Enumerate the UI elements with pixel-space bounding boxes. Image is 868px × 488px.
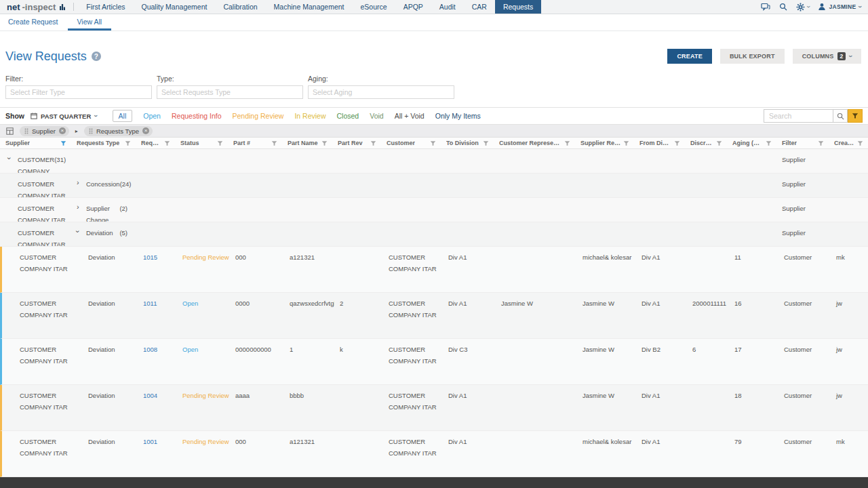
drag-handle-icon[interactable] bbox=[89, 128, 93, 134]
nav-item-audit[interactable]: Audit bbox=[431, 0, 464, 14]
column-header-filter[interactable]: Filter bbox=[776, 138, 829, 148]
table-row[interactable]: CUSTOMER COMPANY ITARDeviation1008Open00… bbox=[0, 339, 868, 385]
column-filter-icon[interactable] bbox=[321, 140, 328, 146]
table-row[interactable]: CUSTOMER COMPANY ITARDeviation1011Open00… bbox=[0, 293, 868, 339]
column-filter-icon[interactable] bbox=[164, 140, 170, 146]
status-filter-in-review[interactable]: In Review bbox=[294, 112, 326, 120]
status-filter-all-void[interactable]: All + Void bbox=[395, 112, 425, 120]
filter-input-aging[interactable] bbox=[308, 85, 454, 99]
table-group-row[interactable]: CUSTOMER COMPANY ITAR›Supplier Change Re… bbox=[0, 198, 868, 222]
status-filter-closed[interactable]: Closed bbox=[337, 112, 359, 120]
column-header-part[interactable]: Part # bbox=[228, 138, 282, 148]
search-input[interactable] bbox=[764, 109, 833, 123]
chevron-down-icon[interactable]: › bbox=[5, 157, 13, 160]
drag-handle-icon[interactable] bbox=[24, 128, 28, 134]
column-filter-icon[interactable] bbox=[271, 140, 277, 146]
title-actions: CREATE BULK EXPORT COLUMNS 2 › bbox=[667, 49, 861, 64]
cell-empty bbox=[332, 174, 381, 197]
column-header-status[interactable]: Status bbox=[175, 138, 228, 148]
group-chip-requests-type[interactable]: Requests Type× bbox=[84, 126, 153, 136]
bulk-export-button[interactable]: BULK EXPORT bbox=[720, 49, 785, 64]
nav-item-esource[interactable]: eSource bbox=[353, 0, 395, 14]
request-number-link[interactable]: 1015 bbox=[143, 253, 157, 261]
group-chip-supplier[interactable]: Supplier× bbox=[20, 126, 69, 136]
nav-item-car[interactable]: CAR bbox=[464, 0, 495, 14]
column-filter-icon[interactable] bbox=[564, 140, 570, 146]
create-button[interactable]: CREATE bbox=[667, 49, 712, 64]
column-filter-icon[interactable] bbox=[217, 140, 223, 146]
column-header-to-division[interactable]: To Division bbox=[441, 138, 494, 148]
user-menu[interactable]: JASMINE › bbox=[818, 3, 861, 11]
cell-empty bbox=[282, 222, 332, 246]
table-row[interactable]: CUSTOMER COMPANY ITARDeviation1004Pendin… bbox=[0, 385, 868, 431]
messages-icon[interactable] bbox=[761, 3, 770, 11]
status-text: Open bbox=[182, 346, 198, 353]
help-icon[interactable]: ? bbox=[92, 52, 101, 61]
cell-empty bbox=[228, 222, 282, 246]
request-number-link[interactable]: 1004 bbox=[143, 392, 157, 399]
table-group-row[interactable]: CUSTOMER COMPANY ITAR›Concession(24)Supp… bbox=[0, 174, 868, 198]
table-row[interactable]: CUSTOMER COMPANY ITARDeviation1001Pendin… bbox=[0, 431, 868, 477]
column-filter-icon[interactable] bbox=[818, 140, 824, 146]
request-number-link[interactable]: 1008 bbox=[143, 346, 157, 353]
column-header-discrepant[interactable]: Discrepant ... bbox=[685, 138, 727, 148]
search-button[interactable] bbox=[833, 109, 848, 123]
column-header-part-name[interactable]: Part Name bbox=[282, 138, 332, 148]
column-header-created-by-u[interactable]: Created By U... bbox=[829, 138, 868, 148]
search-icon[interactable] bbox=[779, 3, 787, 11]
chevron-right-icon[interactable]: › bbox=[77, 179, 79, 186]
columns-button[interactable]: COLUMNS 2 › bbox=[793, 49, 861, 64]
column-header-from-division[interactable]: From Division bbox=[634, 138, 685, 148]
remove-group-icon[interactable]: × bbox=[142, 127, 149, 134]
column-filter-icon[interactable] bbox=[483, 140, 489, 146]
request-number-link[interactable]: 1011 bbox=[143, 300, 157, 307]
column-filter-icon[interactable] bbox=[430, 140, 436, 146]
nav-item-quality-management[interactable]: Quality Management bbox=[134, 0, 216, 14]
table-group-row[interactable]: ›CUSTOMER COMPANY ITAR(31)Supplier bbox=[0, 149, 868, 174]
column-filter-icon[interactable] bbox=[623, 140, 629, 146]
column-header-requests[interactable]: Requests # bbox=[136, 138, 175, 148]
status-filter-void[interactable]: Void bbox=[370, 112, 383, 120]
column-header-requests-type[interactable]: Requests Type bbox=[71, 138, 136, 148]
nav-item-machine-management[interactable]: Machine Management bbox=[266, 0, 353, 14]
column-header-part-rev[interactable]: Part Rev bbox=[332, 138, 381, 148]
search-filter-button[interactable] bbox=[848, 109, 863, 123]
column-filter-icon[interactable] bbox=[60, 140, 66, 146]
nav-item-apqp[interactable]: APQP bbox=[395, 0, 431, 14]
column-header-customer[interactable]: Customer bbox=[381, 138, 441, 148]
request-number-link[interactable]: 1001 bbox=[143, 438, 157, 445]
nav-item-first-articles[interactable]: First Articles bbox=[78, 0, 133, 14]
filter-input-filter[interactable] bbox=[5, 85, 152, 99]
cell-discrepant: 6 bbox=[687, 339, 729, 384]
column-header-supplier[interactable]: Supplier bbox=[0, 138, 71, 148]
nav-item-requests[interactable]: Requests bbox=[495, 0, 541, 14]
chevron-right-icon[interactable]: › bbox=[77, 203, 79, 211]
column-filter-icon[interactable] bbox=[674, 140, 680, 146]
status-filter-open[interactable]: Open bbox=[143, 112, 161, 120]
table-row[interactable]: CUSTOMER COMPANY ITARDeviation1015Pendin… bbox=[0, 247, 868, 293]
cell-empty bbox=[829, 198, 868, 222]
subnav-item-create-request[interactable]: Create Request bbox=[0, 14, 68, 30]
logo[interactable]: net-inspect bbox=[0, 0, 69, 14]
column-filter-icon[interactable] bbox=[716, 140, 722, 146]
column-header-aging-days[interactable]: Aging (Days) bbox=[727, 138, 776, 148]
filter-input-type[interactable] bbox=[157, 85, 303, 99]
status-filter-requesting-info[interactable]: Requesting Info bbox=[172, 112, 222, 120]
subnav-item-view-all[interactable]: View All bbox=[68, 14, 112, 30]
period-dropdown[interactable]: PAST QUARTER › bbox=[31, 113, 97, 120]
column-filter-icon[interactable] bbox=[370, 140, 376, 146]
column-filter-icon[interactable] bbox=[125, 140, 131, 146]
status-filter-only-my-items[interactable]: Only My Items bbox=[435, 112, 481, 120]
chevron-down-icon[interactable]: › bbox=[74, 230, 81, 233]
status-filter-pending-review[interactable]: Pending Review bbox=[233, 112, 284, 120]
status-filter-all[interactable]: All bbox=[113, 110, 133, 122]
nav-item-calibration[interactable]: Calibration bbox=[215, 0, 265, 14]
column-header-customer-representatives[interactable]: Customer Representatives bbox=[494, 138, 575, 148]
column-filter-icon[interactable] bbox=[766, 140, 772, 146]
status-filters: AllOpenRequesting InfoPending ReviewIn R… bbox=[113, 110, 481, 122]
column-filter-icon[interactable] bbox=[857, 140, 863, 146]
remove-group-icon[interactable]: × bbox=[59, 127, 66, 134]
table-group-row[interactable]: CUSTOMER COMPANY ITAR›Deviation(5)Suppli… bbox=[0, 222, 868, 247]
settings-gear-icon[interactable]: › bbox=[796, 3, 809, 12]
column-header-supplier-representatives[interactable]: Supplier Representatives bbox=[575, 138, 634, 148]
